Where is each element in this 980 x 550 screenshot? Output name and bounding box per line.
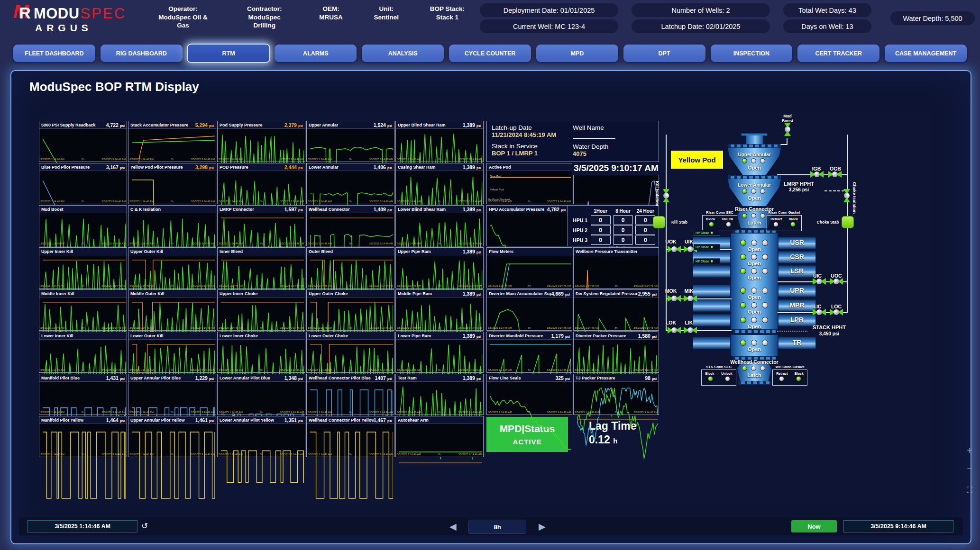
igb-valve-icon <box>810 171 824 178</box>
chart-value: 4,722 psi <box>106 122 125 128</box>
ram-lights-icon <box>740 317 768 323</box>
chart-title: LMRP Connector <box>220 207 254 212</box>
chart-title: Middle Inner Kill <box>41 291 74 296</box>
water-depth-pill: Water Depth: 5,500 <box>890 11 975 25</box>
lmrp-hpht-label: LMRP HPHT <box>775 181 823 187</box>
tab-cycle-counter[interactable]: CYCLE COUNTER <box>449 45 531 62</box>
chart-title: Outer Bleed <box>309 249 333 254</box>
trend-chart-test-ram: Test Ram1,389 psi3/5/2025 1:14:46 AM8h3/… <box>395 374 484 415</box>
chart-value: 1,524 psi <box>374 122 392 128</box>
valve-label-uic: UIC <box>808 273 826 279</box>
chart-title: Diverter Manifold Pressure <box>489 334 543 338</box>
kill-stab-label: Kill Stab <box>666 220 693 225</box>
timeline-prev-icon[interactable]: ◀ <box>449 521 457 532</box>
trend-chart-wellhead-connector: Wellhead Connector1,409 psi3/5/2025 1:14… <box>306 205 394 246</box>
tab-inspection[interactable]: INSPECTION <box>711 45 793 62</box>
chart-x-axis: 3/5/2025 1:14:46 AM8h3/5/2025 9:14:46 AM <box>219 242 304 245</box>
water-depth-label: Water Depth <box>573 143 654 150</box>
chart-title: Wellbore Pressure Transmitter <box>576 249 637 254</box>
chart-value: 1,348 psi <box>284 375 303 381</box>
tab-mpd[interactable]: MPD <box>536 45 618 62</box>
tab-dpt[interactable]: DPT <box>623 45 705 62</box>
lower-annular-label: Lower Annular <box>728 182 781 188</box>
ram-status: Open <box>735 261 773 266</box>
chart-title: Wellhead Connector <box>309 207 350 212</box>
trend-chart-lower-inner-choke: Lower Inner Choke3/5/2025 1:14:46 AM8h3/… <box>217 332 305 373</box>
info-pill-total-wet-days: Total Wet Days: 43 <box>783 3 871 17</box>
tab-rtm[interactable]: RTM <box>187 44 271 63</box>
chart-title: Pod Supply Pressure <box>220 123 263 127</box>
latchup-date-label: Latch-up Date <box>492 124 573 131</box>
chart-value: 2,379 psi <box>284 122 303 128</box>
hpu-count-cell: 0 <box>613 225 633 235</box>
app-header: MRMODUSPEC ARGUS Operator:ModuSpec Oil &… <box>0 0 980 44</box>
chart-x-axis: 3/5/2025 1:14:46 AM8h3/5/2025 9:14:46 AM <box>308 453 393 456</box>
chart-x-axis: 3/5/2025 1:14:46 AM8h3/5/2025 9:14:46 AM <box>40 284 126 288</box>
trend-chart-blue-pod-pilot-pressure: Blue Pod Pilot Pressure3,167 psi3/5/2025… <box>39 163 127 204</box>
chart-x-axis: 3/5/2025 1:14:46 AM8h3/5/2025 9:14:46 AM <box>129 326 215 330</box>
tab-cert-tracker[interactable]: CERT TRACKER <box>797 45 879 62</box>
refresh-icon[interactable]: ↺ <box>141 521 148 531</box>
chart-value: 1,406 psi <box>374 164 392 170</box>
trend-chart-upper-inner-kill: Upper Inner Kill3/5/2025 1:14:46 AM8h3/5… <box>39 247 127 289</box>
latchup-date-value: 11/21/2024 8:45:19 AM <box>492 131 573 138</box>
chart-value: 3,298 psi <box>195 164 214 170</box>
ogb-label: OGB <box>826 166 845 171</box>
lower-annular-status: Open <box>728 195 781 201</box>
time-range-selector[interactable]: 8h <box>468 520 526 534</box>
rtm-display-panel: ModuSpec BOP RTM Display Latch-up Date 1… <box>10 70 971 544</box>
chart-value: 1,389 psi <box>463 164 481 170</box>
chart-title: Upper Outer Choke <box>309 291 348 296</box>
chart-title: TJ Packer Pressure <box>576 376 615 380</box>
trend-chart-pod-pressure: POD Pressure2,444 psi3/5/2025 1:14:46 AM… <box>217 163 305 204</box>
diagram-part <box>824 190 844 191</box>
ram-status: Open <box>735 246 773 252</box>
chart-x-axis: 3/5/2025 1:14:46 AM8h3/5/2025 9:14:46 AM <box>40 369 126 372</box>
now-button[interactable]: Now <box>791 520 837 532</box>
chart-x-axis: 3/5/2025 1:14:46 AM8h3/5/2025 9:14:46 AM <box>575 369 658 372</box>
chart-value: 2,444 psi <box>284 164 303 170</box>
tab-case-management[interactable]: CASE MANAGEMENT <box>885 45 967 62</box>
chart-x-axis: 3/5/2025 1:14:46 AM8h3/5/2025 9:14:46 AM <box>40 200 126 203</box>
ram-status: Open <box>735 275 773 280</box>
fit-view-button[interactable]: ⛶ <box>963 484 976 496</box>
valve-label-lok: LOK <box>662 320 679 325</box>
diagram-part <box>693 337 731 349</box>
chart-title: Div System Regulated Pressure <box>576 291 638 296</box>
lower-annular-lights-icon <box>742 189 765 194</box>
chart-x-axis: 3/5/2025 1:14:46 AM8h3/5/2025 9:14:46 AM <box>308 284 393 288</box>
trend-chart-upper-outer-kill: Upper Outer Kill3/5/2025 1:14:46 AM8h3/5… <box>128 247 216 289</box>
chart-x-axis: 3/5/2025 1:14:46 AM8h3/5/2025 9:14:46 AM <box>397 411 482 414</box>
trend-chart-middle-pipe-ram: Middle Pipe Ram1,389 psi3/5/2025 1:14:46… <box>395 289 484 331</box>
tab-alarms[interactable]: ALARMS <box>275 45 357 62</box>
trend-chart-lower-annular-pilot-yellow: Lower Annular Pilot Yellow1,351 psi3/5/2… <box>217 416 305 457</box>
timeline-end-time: 3/5/2025 9:14:46 AM <box>843 520 953 532</box>
tab-fleet-dashboard[interactable]: FLEET DASHBOARD <box>13 45 95 62</box>
trend-chart-autoshear-arm: Autoshear Arm3/5/2025 1:14:46 AM8h3/5/20… <box>395 416 484 457</box>
valve-label-uoc: UOC <box>827 273 845 279</box>
trend-chart-div-system-regulated-pressure: Div System Regulated Pressure2,955 psi3/… <box>573 289 659 331</box>
hpu-count-cell: 0 <box>613 235 633 245</box>
header-field-contractor: Contractor:ModuSpec Drilling <box>241 5 288 30</box>
timeline-next-icon[interactable]: ▶ <box>539 521 546 532</box>
tab-analysis[interactable]: ANALYSIS <box>362 45 444 62</box>
chart-title: Upper Annular <box>309 123 338 127</box>
zoom-out-button[interactable]: − <box>963 462 976 475</box>
trend-chart-lower-pipe-ram: Lower Pipe Ram1,389 psi3/5/2025 1:14:46 … <box>395 332 484 373</box>
chart-title: Upper Annular Pilot Blue <box>130 376 181 380</box>
info-pill-days-on-well: Days on Well: 13 <box>783 19 871 33</box>
chart-title: Mud Boost <box>41 207 64 212</box>
chart-title: Upper Outer Kill <box>130 249 163 254</box>
chart-x-axis: 3/5/2025 1:14:46 AM8h3/5/2025 9:14:46 AM <box>219 158 304 161</box>
tab-rig-dashboard[interactable]: RIG DASHBOARD <box>101 45 183 62</box>
trend-chart-middle-inner-kill: Middle Inner Kill3/5/2025 1:14:46 AM8h3/… <box>39 289 127 331</box>
wellhead-connector-lights-icon <box>742 366 765 371</box>
trend-chart-upper-blind-shear-ram: Upper Blind Shear Ram1,389 psi3/5/2025 1… <box>395 121 484 162</box>
chart-title: 5000 PSI Supply Readback <box>41 123 96 127</box>
chart-value: 1,389 psi <box>463 122 481 128</box>
chart-x-axis: 3/5/2025 1:14:46 AM8h3/5/2025 9:14:46 AM <box>397 284 482 288</box>
chart-title: Upper Inner Choke <box>220 291 258 296</box>
chart-value: 1,431 psi <box>106 375 125 381</box>
zoom-in-button[interactable]: + <box>963 444 976 457</box>
chart-title: Wellhead Connector Pilot Yellow <box>309 418 374 423</box>
